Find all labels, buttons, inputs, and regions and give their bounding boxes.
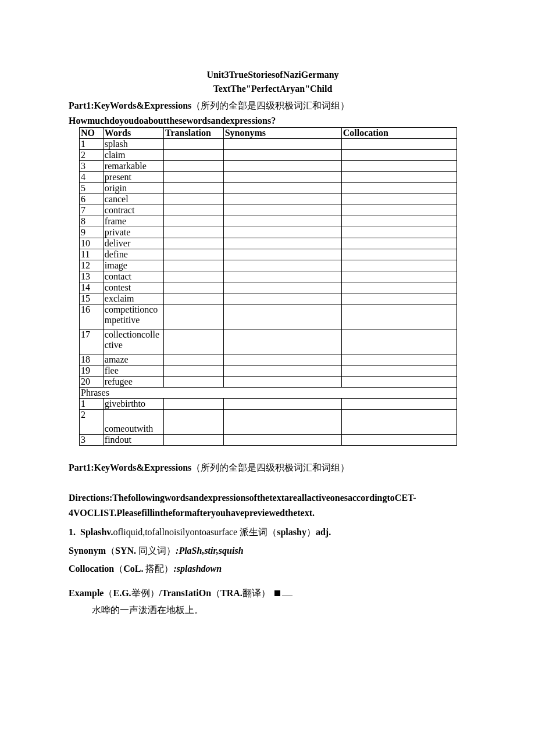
cell-synonyms[interactable]: [223, 354, 341, 366]
example-line: Example（E.G.举例）/TransIatiOn（TRA.翻译）: [69, 586, 477, 601]
cell-collocation[interactable]: [341, 183, 456, 194]
deriv-paren-l: （: [268, 527, 277, 537]
deriv-paren-r: ）: [306, 527, 316, 537]
ex-paren-r: ）: [150, 588, 159, 598]
cell-translation[interactable]: [163, 271, 223, 282]
cell-translation[interactable]: [163, 399, 223, 410]
cell-synonyms[interactable]: [223, 304, 341, 329]
cell-synonyms[interactable]: [223, 329, 341, 354]
cell-synonyms[interactable]: [223, 410, 341, 435]
cell-collocation[interactable]: [341, 293, 456, 304]
cell-synonyms[interactable]: [223, 293, 341, 304]
cell-translation[interactable]: [163, 161, 223, 172]
cell-synonyms[interactable]: [223, 194, 341, 205]
cell-synonyms[interactable]: [223, 377, 341, 388]
cell-translation[interactable]: [163, 329, 223, 354]
cell-translation[interactable]: [163, 410, 223, 435]
cell-translation[interactable]: [163, 293, 223, 304]
table-row: 12image: [80, 260, 457, 271]
cell-collocation[interactable]: [341, 271, 456, 282]
cell-collocation[interactable]: [341, 249, 456, 260]
cell-synonyms[interactable]: [223, 161, 341, 172]
cell-synonyms[interactable]: [223, 238, 341, 249]
cell-collocation[interactable]: [341, 260, 456, 271]
cell-synonyms[interactable]: [223, 435, 341, 446]
cell-collocation[interactable]: [341, 354, 456, 366]
cell-collocation[interactable]: [341, 304, 456, 329]
table-row: 8frame: [80, 216, 457, 227]
cell-collocation[interactable]: [341, 139, 456, 150]
cell-collocation[interactable]: [341, 216, 456, 227]
cell-no: 7: [80, 205, 104, 216]
deriv-label: 派生词: [240, 527, 268, 537]
table-row: 9private: [80, 227, 457, 238]
cell-collocation[interactable]: [341, 435, 456, 446]
cell-word: define: [103, 249, 163, 260]
cell-translation[interactable]: [163, 435, 223, 446]
cell-word: findout: [103, 435, 163, 446]
syn-body: :PlaSh,stir,squish: [176, 546, 244, 556]
cell-word: competitioncompetitive: [103, 304, 163, 329]
cell-synonyms[interactable]: [223, 366, 341, 377]
cell-translation[interactable]: [163, 377, 223, 388]
cell-synonyms[interactable]: [223, 260, 341, 271]
cell-synonyms[interactable]: [223, 150, 341, 161]
directions-text: Directions:Thefollowingwordsandexpressio…: [69, 490, 477, 520]
cell-translation[interactable]: [163, 172, 223, 183]
cell-collocation[interactable]: [341, 150, 456, 161]
ex-slash: /TransIatiOn: [159, 588, 212, 598]
cell-synonyms[interactable]: [223, 205, 341, 216]
cell-no: 6: [80, 194, 104, 205]
cell-translation[interactable]: [163, 227, 223, 238]
part1b-heading-bold: Part1:KeyWords&Expressions: [69, 463, 191, 472]
blank-underline[interactable]: [282, 596, 293, 596]
cell-synonyms[interactable]: [223, 172, 341, 183]
cell-translation[interactable]: [163, 282, 223, 293]
entry-definition: ofliquid,tofallnoisilyontoasurface: [113, 527, 237, 537]
cell-collocation[interactable]: [341, 366, 456, 377]
cell-no: 17: [80, 329, 104, 354]
cell-collocation[interactable]: [341, 161, 456, 172]
cell-collocation[interactable]: [341, 377, 456, 388]
cell-translation[interactable]: [163, 205, 223, 216]
cell-collocation[interactable]: [341, 172, 456, 183]
cell-translation[interactable]: [163, 194, 223, 205]
cell-no: 13: [80, 271, 104, 282]
cell-collocation[interactable]: [341, 227, 456, 238]
cell-synonyms[interactable]: [223, 216, 341, 227]
cell-collocation[interactable]: [341, 194, 456, 205]
cell-collocation[interactable]: [341, 399, 456, 410]
cell-synonyms[interactable]: [223, 183, 341, 194]
cell-collocation[interactable]: [341, 238, 456, 249]
cell-translation[interactable]: [163, 238, 223, 249]
cell-translation[interactable]: [163, 216, 223, 227]
cell-synonyms[interactable]: [223, 227, 341, 238]
cell-word: frame: [103, 216, 163, 227]
cell-collocation[interactable]: [341, 282, 456, 293]
col-body: :splashdown: [173, 564, 222, 574]
cell-translation[interactable]: [163, 183, 223, 194]
cell-translation[interactable]: [163, 249, 223, 260]
table-row: 13contact: [80, 271, 457, 282]
cell-synonyms[interactable]: [223, 249, 341, 260]
example-chinese-sentence: 水哗的一声泼洒在地板上。: [92, 604, 477, 617]
unit-title: Unit3TrueStoriesofNaziGermany: [69, 70, 477, 80]
cell-synonyms[interactable]: [223, 139, 341, 150]
cell-collocation[interactable]: [341, 205, 456, 216]
cell-word: amaze: [103, 354, 163, 366]
cell-translation[interactable]: [163, 366, 223, 377]
table-row: 19flee: [80, 366, 457, 377]
cell-translation[interactable]: [163, 139, 223, 150]
cell-translation[interactable]: [163, 354, 223, 366]
cell-collocation[interactable]: [341, 329, 456, 354]
cell-translation[interactable]: [163, 260, 223, 271]
deriv-word: splashy: [277, 527, 306, 537]
cell-synonyms[interactable]: [223, 271, 341, 282]
cell-synonyms[interactable]: [223, 282, 341, 293]
entry-1: 1. Splashv.ofliquid,tofallnoisilyontoasu…: [69, 525, 477, 540]
cell-translation[interactable]: [163, 304, 223, 329]
cell-collocation[interactable]: [341, 410, 456, 435]
cell-translation[interactable]: [163, 150, 223, 161]
cell-synonyms[interactable]: [223, 399, 341, 410]
table-row: 3remarkable: [80, 161, 457, 172]
